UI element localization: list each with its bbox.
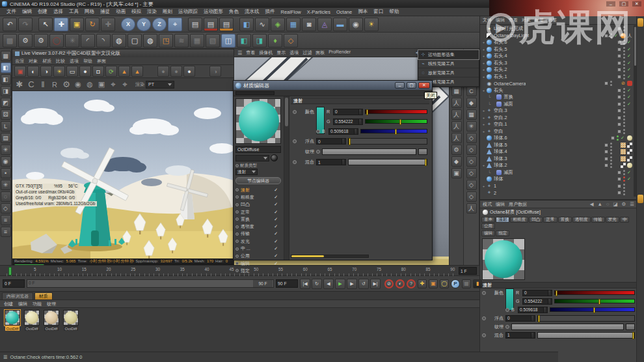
orange-burst-icon[interactable]: ✳ xyxy=(466,121,477,132)
row-sphere-3[interactable]: 球体.3 人 ⊘ xyxy=(480,156,634,163)
channel-row[interactable]: 正常 ✓ xyxy=(235,208,282,216)
channel-row[interactable]: 粗糙度 ✓ xyxy=(235,193,282,201)
layers2-icon[interactable]: ≡ xyxy=(1,227,11,237)
texture-bars-icon[interactable]: ▤ xyxy=(1,133,11,143)
channel-tab[interactable]: 置换 xyxy=(558,217,572,223)
enable-checkbox[interactable] xyxy=(617,68,621,72)
mograph-gear2-icon[interactable]: ⚙ xyxy=(34,34,48,48)
r-slider[interactable] xyxy=(365,109,427,114)
texture-field[interactable] xyxy=(511,324,624,330)
b-circle-icon[interactable] xyxy=(316,130,320,133)
attribute-tab-icon[interactable] xyxy=(637,195,643,203)
prev-frame-button[interactable]: ◀ xyxy=(323,279,334,289)
key-circle-icon[interactable] xyxy=(482,333,486,337)
visibility-dots[interactable] xyxy=(610,163,612,168)
row-stone-5[interactable]: + 石头.5 ✓ 人 ⊘ xyxy=(480,46,634,53)
focus-picker-icon[interactable]: ⌖ xyxy=(108,79,118,90)
dim6-icon[interactable]: ◇ xyxy=(466,191,477,202)
visibility-dots[interactable] xyxy=(617,135,619,141)
menu-item[interactable]: X-Particles xyxy=(304,9,333,15)
visibility-dots[interactable] xyxy=(610,156,612,161)
radial-clone-item[interactable]: ◌ 放射克隆工具 xyxy=(418,68,479,77)
loop-button[interactable]: ↻ xyxy=(312,279,322,289)
menu-item[interactable]: RealFlow xyxy=(278,9,304,15)
row-sphere-5[interactable]: 球体.5 人 ⊘ xyxy=(480,142,634,149)
enable-checkbox[interactable] xyxy=(617,171,621,174)
visibility-dots[interactable] xyxy=(623,108,625,113)
channel-tab[interactable]: 指定 xyxy=(496,230,509,236)
object-manager-menu-item[interactable]: 查看 xyxy=(509,17,518,23)
channel-tab[interactable]: 漫射 xyxy=(496,217,509,223)
fire2-icon[interactable]: ▲ xyxy=(131,66,143,77)
channel-check[interactable]: ✓ xyxy=(274,246,278,251)
lock-z-icon[interactable]: Z xyxy=(152,18,167,31)
b-slider[interactable] xyxy=(550,307,635,312)
menu-item[interactable]: 帮助 xyxy=(386,8,401,15)
material-octdiff-teal[interactable]: OctDiff xyxy=(4,310,21,331)
subdivision-icon[interactable]: ◈ xyxy=(271,18,285,31)
render-settings-icon[interactable]: ▤ xyxy=(219,18,234,31)
material-type-select[interactable]: 漫射 xyxy=(235,169,258,175)
object-manager-menu-item[interactable]: 对象 xyxy=(522,17,531,23)
channel-row[interactable]: 透明度 ✓ xyxy=(235,223,282,230)
frame-range-slider[interactable]: 0 F 90 F xyxy=(27,279,274,288)
panel-icon[interactable]: ◫ xyxy=(221,34,235,48)
ball-icon[interactable]: ● xyxy=(79,66,91,77)
row-light[interactable]: Light打光完成 人 ⊘ xyxy=(480,25,634,33)
dim-icon[interactable]: ◆ xyxy=(451,156,462,167)
mograph-selection-item[interactable]: ⊹ 运动图形选集 xyxy=(418,50,479,59)
deformer-icon[interactable]: ◬ xyxy=(317,18,332,31)
float-slider[interactable] xyxy=(348,138,427,145)
render-settings-icon[interactable]: ⚙ xyxy=(61,79,72,90)
figure4-icon[interactable]: 人 xyxy=(451,133,462,143)
enable-checkbox[interactable] xyxy=(617,61,621,65)
camera-icon[interactable]: ◉ xyxy=(349,18,363,31)
figure2-icon[interactable]: 人 xyxy=(451,109,462,120)
channel-tab[interactable]: 粗糙度 xyxy=(510,217,528,223)
enable-checkbox[interactable] xyxy=(617,40,621,44)
material-octdiff-beige2[interactable]: OctDiff xyxy=(43,310,60,331)
menu-item[interactable]: 运动跟踪 xyxy=(176,8,200,15)
material-tag-icon[interactable] xyxy=(627,135,632,141)
corner-icon[interactable]: ◳ xyxy=(159,34,173,48)
mix-slider[interactable] xyxy=(348,159,427,165)
attribute-menu-item[interactable]: 模式 xyxy=(483,201,492,208)
menu-item[interactable]: 流水线 xyxy=(242,8,262,15)
menu-item[interactable]: 插件 xyxy=(263,8,278,15)
enable-checkbox[interactable] xyxy=(617,54,621,58)
green-figure-icon[interactable]: 人 xyxy=(466,203,477,214)
spline-arc2-icon[interactable]: ◝ xyxy=(96,34,111,48)
grid-icon[interactable]: ▦ xyxy=(451,86,462,96)
channel-check[interactable]: ✓ xyxy=(274,231,278,236)
bottom-tab[interactable]: 材质 xyxy=(34,292,53,299)
expand-toggle[interactable]: + xyxy=(481,163,486,167)
sun-dim-icon[interactable]: ✳ xyxy=(65,34,79,48)
dim2-icon[interactable]: ◇ xyxy=(466,145,477,155)
row-null[interactable]: + 空白 人 ⊘ xyxy=(480,128,634,135)
expand-toggle[interactable]: + xyxy=(481,61,486,65)
visibility-dots[interactable] xyxy=(623,26,625,31)
row-octane-camera[interactable]: OctaneCamera 人 ⊘ xyxy=(480,80,634,87)
material-octdiff-beige3[interactable]: OctDiff xyxy=(62,310,79,331)
enable-checkbox[interactable] xyxy=(604,143,608,147)
menu-item[interactable]: 选择 xyxy=(51,8,66,15)
start-frame-field[interactable]: 0 F xyxy=(3,279,25,288)
film-icon[interactable]: ▭ xyxy=(66,66,78,77)
wave-icon[interactable]: ≋ xyxy=(174,34,189,48)
visibility-dots[interactable] xyxy=(623,129,625,134)
render-camera-icon[interactable]: ▣ xyxy=(14,66,26,77)
channel-tab[interactable]: 编辑 xyxy=(481,230,495,236)
enable-checkbox[interactable] xyxy=(617,116,621,120)
visibility-dots[interactable] xyxy=(623,184,625,189)
close-button[interactable]: ✕ xyxy=(418,82,430,89)
minimize-button[interactable]: – xyxy=(606,1,615,7)
uv-sphere-icon[interactable]: ◍ xyxy=(112,34,126,48)
row-sphere[interactable]: 球体 ✓ 人 ⊘ xyxy=(480,176,634,183)
expand-toggle[interactable]: + xyxy=(481,54,486,58)
row-one[interactable]: + 1 人 ⊘ xyxy=(480,183,634,190)
row-stone-2[interactable]: + 石头.2 ✓ 人 ⊘ xyxy=(480,66,634,74)
octane-tag-icon[interactable] xyxy=(621,33,626,38)
row-octane-daylight[interactable]: Octane DayLight ✓ 人 ⊘ xyxy=(480,33,634,40)
b-slider[interactable] xyxy=(360,129,427,133)
clay-icon[interactable]: ◘ xyxy=(92,66,104,77)
